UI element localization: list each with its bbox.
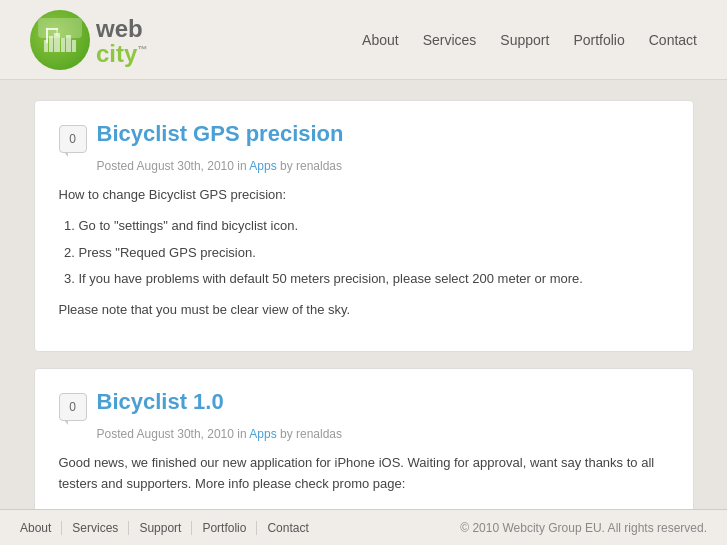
nav-contact[interactable]: Contact (649, 32, 697, 48)
post-category-link-1[interactable]: Apps (249, 159, 276, 173)
nav-services[interactable]: Services (423, 32, 477, 48)
logo-text: web city™ (96, 15, 147, 65)
nav-about[interactable]: About (362, 32, 399, 48)
post-text-2: Good news, we finished our new applicati… (59, 453, 669, 495)
post-title-2: Bicyclist 1.0 (97, 389, 224, 415)
post-header-1: 0 Bicyclist GPS precision (59, 121, 669, 153)
footer-copyright: © 2010 Webcity Group EU. All rights rese… (460, 521, 707, 535)
post-title-link-1[interactable]: Bicyclist GPS precision (97, 121, 344, 146)
svg-rect-7 (46, 28, 58, 30)
post-title-link-2[interactable]: Bicyclist 1.0 (97, 389, 224, 414)
post-list-1: Go to "settings" and find bicyclist icon… (79, 216, 669, 290)
nav-support[interactable]: Support (500, 32, 549, 48)
logo: web city™ (30, 10, 147, 70)
svg-rect-6 (46, 28, 48, 43)
svg-rect-5 (72, 40, 76, 52)
post-outro-1: Please note that you must be clear view … (59, 300, 669, 321)
comment-badge-2: 0 (59, 393, 87, 421)
post-meta-1: Posted August 30th, 2010 in Apps by rena… (97, 159, 669, 173)
list-item: Go to "settings" and find bicyclist icon… (79, 216, 669, 237)
svg-rect-1 (49, 36, 53, 52)
post-category-link-2[interactable]: Apps (249, 427, 276, 441)
footer-nav-about[interactable]: About (20, 521, 62, 535)
post-intro-1: How to change Bicyclist GPS precision: (59, 185, 669, 206)
footer-nav-contact[interactable]: Contact (257, 521, 318, 535)
footer-nav-portfolio[interactable]: Portfolio (192, 521, 257, 535)
logo-icon (30, 10, 90, 70)
footer-nav: About Services Support Portfolio Contact (20, 521, 319, 535)
main-content: 0 Bicyclist GPS precision Posted August … (14, 80, 714, 545)
post-body-1: How to change Bicyclist GPS precision: G… (59, 185, 669, 321)
list-item: If you have problems with default 50 met… (79, 269, 669, 290)
main-nav: About Services Support Portfolio Contact (362, 32, 697, 48)
post-1: 0 Bicyclist GPS precision Posted August … (34, 100, 694, 352)
footer: About Services Support Portfolio Contact… (0, 509, 727, 545)
logo-city: city™ (96, 43, 147, 65)
post-meta-2: Posted August 30th, 2010 in Apps by rena… (97, 427, 669, 441)
post-header-2: 0 Bicyclist 1.0 (59, 389, 669, 421)
list-item: Press "Requed GPS precision. (79, 243, 669, 264)
logo-web: web (96, 15, 147, 43)
comment-badge-1: 0 (59, 125, 87, 153)
post-title-1: Bicyclist GPS precision (97, 121, 344, 147)
footer-nav-services[interactable]: Services (62, 521, 129, 535)
svg-rect-2 (54, 33, 60, 52)
svg-rect-4 (66, 35, 71, 52)
nav-portfolio[interactable]: Portfolio (573, 32, 624, 48)
header: web city™ About Services Support Portfol… (0, 0, 727, 80)
svg-rect-3 (61, 38, 65, 52)
footer-nav-support[interactable]: Support (129, 521, 192, 535)
